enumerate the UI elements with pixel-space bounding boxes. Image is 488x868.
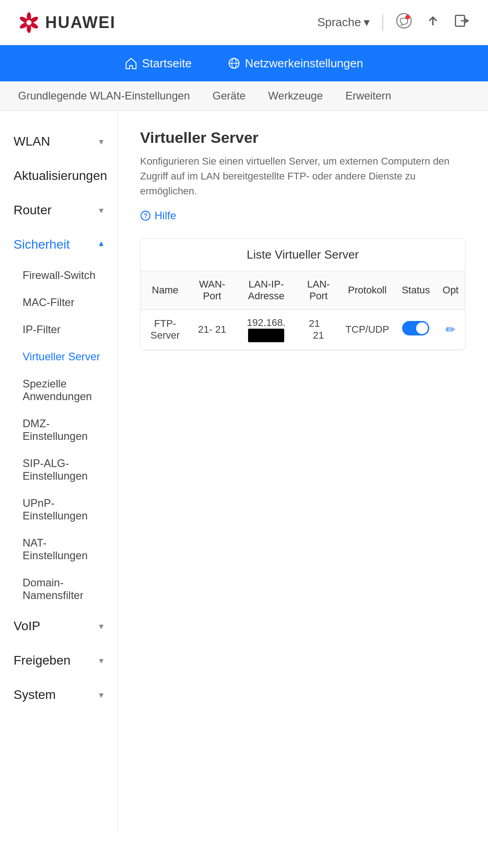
col-status: Status (395, 271, 436, 310)
chevron-down-icon: ▾ (99, 136, 103, 147)
sidebar-sicherheit-label: Sicherheit (14, 237, 70, 252)
upload-icon[interactable] (425, 13, 441, 33)
svg-text:?: ? (144, 212, 148, 219)
page-description: Konfigurieren Sie einen virtuellen Serve… (140, 154, 465, 198)
sidebar-item-system[interactable]: System ▾ (0, 678, 117, 712)
virtueller-server-label: Virtueller Server (23, 350, 100, 363)
nat-label: NAT-Einstellungen (23, 537, 88, 561)
chevron-down-icon: ▾ (99, 689, 103, 700)
mac-filter-label: MAC-Filter (23, 296, 75, 308)
sidebar-item-sicherheit[interactable]: Sicherheit ▾ (0, 227, 117, 262)
lan-ip-prefix: 192.168. (247, 317, 286, 328)
data-table: Name WAN-Port LAN-IP-Adresse LAN-Port Pr… (141, 271, 465, 350)
home-icon (125, 57, 137, 70)
cell-name: FTP-Server (141, 310, 190, 350)
logout-icon[interactable] (454, 13, 470, 33)
upnp-label: UPnP-Einstellungen (23, 497, 88, 522)
col-lan-ip: LAN-IP-Adresse (235, 271, 298, 310)
header-divider (382, 14, 383, 31)
sidebar-item-wlan[interactable]: WLAN ▾ (0, 124, 117, 159)
help-link[interactable]: ? Hilfe (140, 209, 465, 222)
edit-icon[interactable]: ✏ (446, 323, 455, 336)
sidebar-sub-firewall-switch[interactable]: Firewall-Switch (0, 262, 117, 289)
table-header-row: Name WAN-Port LAN-IP-Adresse LAN-Port Pr… (141, 271, 465, 310)
logo-area: HUAWEI (18, 12, 116, 33)
spezielle-anwendungen-label: Spezielle Anwendungen (23, 377, 92, 402)
table-row: FTP-Server 21- 21 192.168. 21 21 TCP/UDP (141, 310, 465, 350)
chevron-down-icon: ▾ (99, 655, 103, 666)
page-title: Virtueller Server (140, 129, 465, 146)
huawei-logo-icon (18, 12, 40, 33)
sprache-button[interactable]: Sprache ▾ (317, 15, 370, 29)
sidebar-item-router[interactable]: Router ▾ (0, 193, 117, 227)
header: HUAWEI Sprache ▾ (0, 0, 488, 45)
header-right: Sprache ▾ (317, 13, 470, 33)
sidebar-sub-nat[interactable]: NAT-Einstellungen (0, 529, 117, 569)
cell-opt: ✏ (436, 310, 465, 350)
domain-namensfilter-label: Domain-Namensfilter (23, 576, 84, 601)
col-opt: Opt (436, 271, 465, 310)
content-area: Virtueller Server Konfigurieren Sie eine… (117, 111, 488, 834)
help-label: Hilfe (155, 209, 176, 222)
toggle-track (402, 321, 429, 335)
cell-lan-ip: 192.168. (235, 310, 298, 350)
sidebar-wlan-label: WLAN (14, 134, 50, 149)
cell-status (395, 310, 436, 350)
firewall-switch-label: Firewall-Switch (23, 269, 95, 281)
col-lan-port: LAN-Port (298, 271, 339, 310)
virtual-server-table: Liste Virtueller Server Name WAN-Port LA… (140, 238, 465, 350)
chevron-up-icon: ▾ (99, 239, 103, 250)
main-layout: WLAN ▾ Aktualisierungen Router ▾ Sicherh… (0, 111, 488, 834)
sub-nav-erweitern[interactable]: Erweitern (346, 90, 391, 102)
sip-alg-label: SIP-ALG-Einstellungen (23, 457, 88, 482)
sidebar-sub-sip-alg[interactable]: SIP-ALG-Einstellungen (0, 450, 117, 490)
sidebar-sub-dmz[interactable]: DMZ-Einstellungen (0, 410, 117, 450)
sidebar-sub-virtueller-server[interactable]: Virtueller Server (0, 343, 117, 370)
sidebar-sub-domain-namensfilter[interactable]: Domain-Namensfilter (0, 569, 117, 609)
main-nav: Startseite Netzwerkeinstellungen (0, 45, 488, 81)
sidebar-sub-ip-filter[interactable]: IP-Filter (0, 316, 117, 343)
status-toggle[interactable] (402, 321, 429, 335)
globe-icon (228, 57, 240, 70)
nav-startseite-label: Startseite (142, 57, 192, 71)
col-name: Name (141, 271, 190, 310)
nav-netzwerk[interactable]: Netzwerkeinstellungen (228, 57, 363, 71)
sidebar-item-freigeben[interactable]: Freigeben ▾ (0, 643, 117, 678)
nav-startseite[interactable]: Startseite (125, 57, 192, 71)
sub-nav-wlan[interactable]: Grundlegende WLAN-Einstellungen (18, 90, 190, 102)
table-title: Liste Virtueller Server (141, 239, 465, 271)
chevron-down-icon: ▾ (99, 621, 103, 632)
cell-wan-port: 21- 21 (190, 310, 235, 350)
cell-lan-port: 21 21 (298, 310, 339, 350)
sub-nav-geraete[interactable]: Geräte (212, 90, 245, 102)
sidebar-sub-mac-filter[interactable]: MAC-Filter (0, 289, 117, 316)
sidebar-system-label: System (14, 688, 56, 702)
sub-nav: Grundlegende WLAN-Einstellungen Geräte W… (0, 81, 488, 111)
nav-netzwerk-label: Netzwerkeinstellungen (245, 57, 363, 71)
sidebar: WLAN ▾ Aktualisierungen Router ▾ Sicherh… (0, 111, 117, 834)
toggle-thumb (416, 322, 428, 334)
sprache-label: Sprache (317, 15, 361, 29)
sidebar-item-aktualisierungen[interactable]: Aktualisierungen (0, 159, 117, 193)
svg-point-6 (26, 20, 32, 25)
sidebar-router-label: Router (14, 203, 52, 217)
sidebar-item-voip[interactable]: VoIP ▾ (0, 609, 117, 643)
chevron-down-icon: ▾ (99, 205, 103, 216)
col-protokoll: Protokoll (339, 271, 396, 310)
ip-filter-label: IP-Filter (23, 323, 61, 335)
sub-nav-werkzeuge[interactable]: Werkzeuge (268, 90, 323, 102)
sprache-chevron-icon: ▾ (364, 15, 370, 29)
sidebar-sub-spezielle-anwendungen[interactable]: Spezielle Anwendungen (0, 370, 117, 410)
cell-protokoll: TCP/UDP (339, 310, 396, 350)
notification-icon[interactable] (396, 13, 412, 33)
sidebar-sub-upnp[interactable]: UPnP-Einstellungen (0, 490, 117, 529)
dmz-label: DMZ-Einstellungen (23, 417, 88, 442)
svg-point-8 (405, 15, 410, 19)
help-icon: ? (140, 210, 151, 221)
sidebar-freigeben-label: Freigeben (14, 653, 70, 668)
lan-ip-masked (248, 329, 284, 342)
logo-text: HUAWEI (45, 13, 116, 32)
sidebar-voip-label: VoIP (14, 619, 40, 633)
sidebar-aktualisierungen-label: Aktualisierungen (14, 169, 107, 183)
col-wan-port: WAN-Port (190, 271, 235, 310)
